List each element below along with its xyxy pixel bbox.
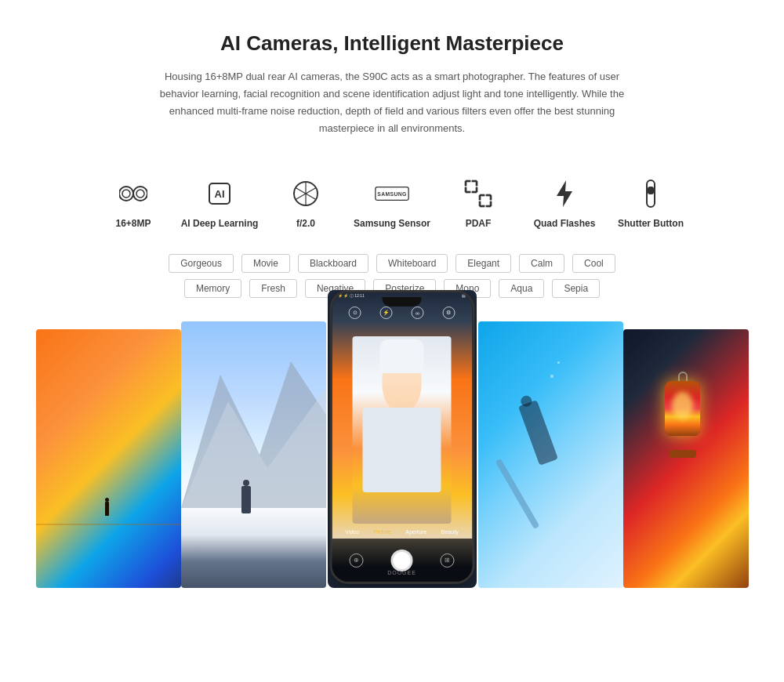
feature-pdaf-label: PDAF [466, 217, 492, 230]
images-section: ⚡ ⚡ ⓘ 12:11 ▤ ⊙ ⚡ ∞ [0, 314, 784, 611]
features-row: 16+8MP AI AI Deep Learning f/2.0 [0, 153, 784, 246]
feature-aperture-label: f/2.0 [296, 217, 315, 230]
feature-quad-flash-label: Quad Flashes [534, 217, 596, 230]
phone-mockup: ⚡ ⚡ ⓘ 12:11 ▤ ⊙ ⚡ ∞ [329, 290, 474, 584]
svg-point-3 [136, 190, 144, 198]
mode-video: Video [345, 529, 359, 535]
filter-movie[interactable]: Movie [241, 254, 290, 273]
svg-point-0 [119, 187, 133, 201]
filter-fresh[interactable]: Fresh [249, 279, 297, 298]
aperture-icon [289, 176, 323, 211]
feature-samsung: SAMSUNG Samsung Sensor [349, 176, 435, 230]
feature-quad-flash: Quad Flashes [521, 176, 608, 230]
feature-ai: AI AI Deep Learning [176, 176, 263, 230]
header-section: AI Cameras, Intelligent Masterpiece Hous… [0, 0, 784, 153]
filter-memory[interactable]: Memory [184, 279, 241, 298]
filter-sepia[interactable]: Sepia [552, 279, 600, 298]
feature-ai-label: AI Deep Learning [181, 217, 259, 230]
svg-point-1 [122, 190, 130, 198]
pdaf-icon [461, 176, 495, 211]
filter-gorgeous[interactable]: Gorgeous [169, 254, 234, 273]
phone-screen: ⚡ ⚡ ⓘ 12:11 ▤ ⊙ ⚡ ∞ [332, 292, 472, 582]
lens-icon [116, 176, 151, 211]
feature-megapixel-label: 16+8MP [115, 217, 151, 230]
svg-rect-21 [480, 195, 491, 206]
phone-mode-labels: Video Picture Aperture Beauty [332, 529, 472, 535]
filter-row-1: Gorgeous Movie Blackboard Whiteboard Ele… [169, 254, 615, 273]
svg-rect-12 [466, 181, 477, 192]
gallery-image-mountain [181, 321, 326, 588]
main-container: AI Cameras, Intelligent Masterpiece Hous… [0, 0, 784, 611]
page-title: AI Cameras, Intelligent Masterpiece [16, 31, 768, 56]
feature-aperture: f/2.0 [263, 176, 349, 230]
page-description: Housing 16+8MP dual rear AI cameras, the… [145, 68, 639, 137]
ai-icon: AI [202, 176, 237, 211]
shutter-icon [633, 176, 668, 211]
filter-whiteboard[interactable]: Whiteboard [376, 254, 448, 273]
feature-samsung-label: Samsung Sensor [354, 217, 430, 230]
gallery-image-underwater [478, 321, 623, 588]
mode-aperture: Aperture [405, 529, 426, 535]
brand-label: DOOGEE [387, 570, 416, 575]
svg-rect-32 [648, 187, 654, 194]
filter-elegant[interactable]: Elegant [456, 254, 511, 273]
svg-text:SAMSUNG: SAMSUNG [377, 192, 406, 198]
filter-aqua[interactable]: Aqua [499, 279, 544, 298]
svg-text:AI: AI [215, 188, 225, 200]
gallery-image-sunset [36, 329, 181, 588]
samsung-icon: SAMSUNG [375, 176, 409, 211]
feature-shutter: Shutter Button [608, 176, 694, 230]
gallery-image-phone: ⚡ ⚡ ⓘ 12:11 ▤ ⊙ ⚡ ∞ [328, 290, 477, 588]
feature-pdaf: PDAF [435, 176, 521, 230]
gallery-image-lantern [623, 329, 749, 588]
mode-beauty: Beauty [441, 529, 459, 535]
filter-blackboard[interactable]: Blackboard [298, 254, 368, 273]
feature-megapixel: 16+8MP [90, 176, 176, 230]
flash-icon [547, 176, 582, 211]
feature-shutter-label: Shutter Button [618, 217, 684, 230]
mode-picture: Picture [374, 529, 391, 535]
svg-point-2 [133, 187, 147, 201]
phone-notch [383, 297, 422, 307]
filter-cool[interactable]: Cool [572, 254, 615, 273]
svg-marker-30 [557, 180, 572, 207]
filter-calm[interactable]: Calm [519, 254, 564, 273]
